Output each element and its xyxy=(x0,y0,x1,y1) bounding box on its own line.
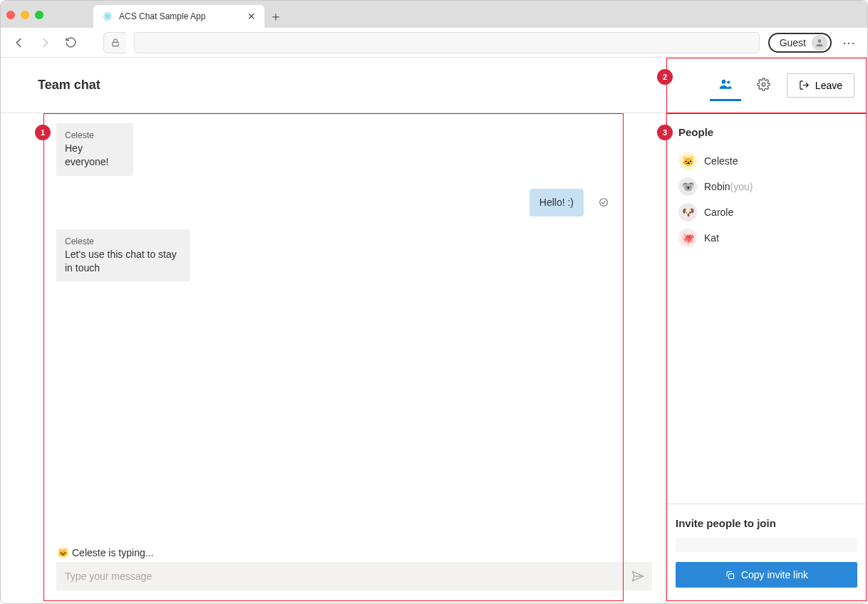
participant-name: Carole xyxy=(704,207,733,218)
typing-avatar: 🐱 xyxy=(56,546,69,559)
message-text: Hey everyone! xyxy=(65,142,123,169)
svg-point-9 xyxy=(600,199,608,207)
participant-row[interactable]: 🐱 Celeste xyxy=(676,148,857,174)
participant-avatar: 🐶 xyxy=(678,203,697,222)
svg-point-5 xyxy=(818,39,822,43)
lock-icon xyxy=(103,32,126,53)
message-row: 🐱 Celeste Hey everyone! xyxy=(56,123,652,176)
maximize-window-button[interactable] xyxy=(35,11,43,19)
message-text: Let's use this chat to stay in touch xyxy=(65,248,180,275)
svg-point-6 xyxy=(721,80,725,84)
message-status-icon xyxy=(598,197,609,208)
annotation-badge-2: 2 xyxy=(657,69,673,85)
settings-tab-button[interactable] xyxy=(748,70,780,101)
invite-link-field[interactable] xyxy=(676,538,857,552)
invite-heading: Invite people to join xyxy=(676,517,857,529)
browser-nav-bar: Guest ⋯ xyxy=(1,28,867,58)
profile-button[interactable]: Guest xyxy=(768,33,832,53)
participant-row[interactable]: 🐶 Carole xyxy=(676,199,857,225)
participant-name: Robin(you) xyxy=(704,181,753,192)
send-button[interactable] xyxy=(631,569,645,583)
browser-tab[interactable]: ACS Chat Sample App ✕ xyxy=(93,5,264,28)
forward-button[interactable] xyxy=(36,34,53,51)
refresh-button[interactable] xyxy=(62,34,79,51)
message-bubble: Celeste Let's use this chat to stay in t… xyxy=(56,229,190,282)
app-body: 🐱 Celeste Hey everyone! Hello! :) xyxy=(1,113,867,603)
minimize-window-button[interactable] xyxy=(21,11,29,19)
leave-label: Leave xyxy=(815,80,842,91)
compose-area xyxy=(56,562,652,590)
url-bar[interactable] xyxy=(134,32,760,53)
window-controls xyxy=(6,11,43,28)
person-icon xyxy=(812,35,827,51)
message-row: 🐱 Celeste Let's use this chat to stay in… xyxy=(56,229,652,282)
back-button[interactable] xyxy=(11,34,28,51)
svg-rect-4 xyxy=(112,42,118,46)
svg-rect-10 xyxy=(729,573,734,578)
participant-avatar: 🐱 xyxy=(678,152,697,170)
message-row-self: Hello! :) xyxy=(56,189,652,217)
browser-window: ACS Chat Sample App ✕ ＋ Guest ⋯ xyxy=(0,0,868,604)
participant-avatar: 🐨 xyxy=(678,177,697,196)
message-sender: Celeste xyxy=(65,236,180,246)
typing-indicator: 🐱 Celeste is typing... xyxy=(56,546,652,559)
people-heading: People xyxy=(678,126,857,138)
participant-name-text: Robin xyxy=(704,181,730,192)
message-bubble: Hello! :) xyxy=(529,189,584,217)
message-input[interactable] xyxy=(63,570,631,583)
copy-icon xyxy=(725,570,735,580)
participant-avatar: 🐙 xyxy=(678,229,697,247)
svg-point-8 xyxy=(762,83,765,86)
leave-icon xyxy=(799,80,810,90)
annotation-badge-3: 3 xyxy=(657,125,673,140)
svg-point-0 xyxy=(107,16,108,17)
participant-name: Celeste xyxy=(704,155,738,167)
app-content: Team chat Leave xyxy=(1,58,867,603)
participant-row[interactable]: 🐨 Robin(you) xyxy=(676,174,857,199)
message-text: Hello! :) xyxy=(539,196,574,209)
sidebar: People 🐱 Celeste 🐨 Robin(you) 🐶 Carole xyxy=(665,113,867,603)
close-tab-icon[interactable]: ✕ xyxy=(247,11,256,22)
profile-label: Guest xyxy=(780,37,806,48)
participant-name: Kat xyxy=(704,232,719,244)
new-tab-button[interactable]: ＋ xyxy=(264,5,287,28)
leave-button[interactable]: Leave xyxy=(787,73,854,98)
title-bar: ACS Chat Sample App ✕ ＋ xyxy=(1,1,867,28)
tab-title: ACS Chat Sample App xyxy=(119,11,242,21)
message-bubble: Celeste Hey everyone! xyxy=(56,123,133,176)
participant-row[interactable]: 🐙 Kat xyxy=(676,225,857,251)
message-sender: Celeste xyxy=(65,130,123,140)
app-header: Team chat Leave xyxy=(1,58,867,113)
close-window-button[interactable] xyxy=(6,11,15,19)
header-actions: Leave xyxy=(665,58,867,113)
more-menu-button[interactable]: ⋯ xyxy=(840,34,857,51)
copy-label: Copy invite link xyxy=(741,569,808,580)
typing-text: Celeste is typing... xyxy=(72,547,153,558)
people-list: People 🐱 Celeste 🐨 Robin(you) 🐶 Carole xyxy=(666,113,867,504)
invite-section: Invite people to join Copy invite link xyxy=(666,504,867,603)
chat-area: 🐱 Celeste Hey everyone! Hello! :) xyxy=(1,113,665,603)
you-suffix: (you) xyxy=(730,181,753,192)
annotation-badge-1: 1 xyxy=(35,125,51,140)
people-tab-button[interactable] xyxy=(710,70,741,101)
svg-point-7 xyxy=(727,80,730,83)
message-list: 🐱 Celeste Hey everyone! Hello! :) xyxy=(56,123,652,546)
page-title: Team chat xyxy=(1,78,665,93)
react-icon xyxy=(102,11,113,22)
copy-invite-link-button[interactable]: Copy invite link xyxy=(676,562,857,588)
